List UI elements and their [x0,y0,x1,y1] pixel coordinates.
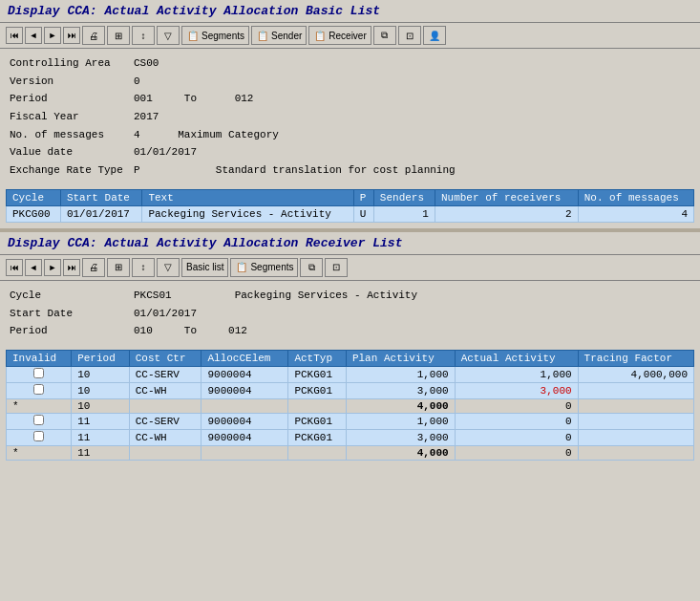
section2: Display CCA: Actual Activity Allocation … [0,232,700,464]
cell-tracing: 4,000,000 [578,366,693,382]
s2-print-icon: 🖨 [87,261,100,274]
nav-next-btn[interactable]: ► [44,27,61,44]
table-row[interactable]: 11 CC-WH 9000004 PCKG01 3,000 0 [7,429,694,445]
cell-cost-ctr: CC-WH [129,382,202,398]
cell-num-receivers: 2 [435,205,578,222]
table-row[interactable]: 10 CC-SERV 9000004 PCKG01 1,000 1,000 4,… [7,366,694,382]
col-text: Text [142,189,353,205]
s2-copy-btn[interactable]: ⧉ [300,258,323,277]
period-value: 001 To 012 [134,90,253,108]
s2-filter-detail-btn[interactable]: ▽ [157,258,180,277]
s2-cycle-value: PKCS01 Packeging Services - Activity [134,287,417,305]
cell-plan: 3,000 [346,429,455,445]
sender-btn[interactable]: 📋 Sender [251,26,307,45]
value-date-label: Value date [10,143,134,161]
section2-table-area: Invalid Period Cost Ctr AllocCElem ActTy… [0,346,700,464]
copy-btn[interactable]: ⧉ [373,26,396,45]
rcol-alloc: AllocCElem [202,350,288,366]
segments-btn[interactable]: 📋 Segments [181,26,249,45]
nav-last-btn[interactable]: ⏭ [63,27,80,44]
cell-invalid[interactable] [7,413,72,429]
cell-period: 10 [72,382,130,398]
value-date-value: 01/01/2017 [134,143,197,161]
table-row[interactable]: 11 CC-SERV 9000004 PCKG01 1,000 0 [7,413,694,429]
messages-value: 4 Maximum Category [134,126,279,144]
rcol-tracing: Tracing Factor [578,350,693,366]
version-value: 0 [134,73,140,91]
col-num-messages: No. of messages [578,189,693,205]
s2-nav-prev-btn[interactable]: ◄ [25,259,42,276]
cell-plan: 4,000 [346,445,455,460]
cell-invalid[interactable] [7,382,72,398]
invalid-checkbox[interactable] [33,415,44,425]
cell-period: 11 [72,429,130,445]
section1-toolbar: ⏮ ◄ ► ⏭ 🖨 ⊞ ↕ ▽ 📋 Segments 📋 Sender 📋 Re… [0,22,700,49]
cell-cost-ctr [129,398,202,413]
print-btn[interactable]: 🖨 [82,26,105,45]
subtotal-row: * 11 4,000 0 [7,445,694,460]
receiver-label: Receiver [329,31,366,41]
select-all-btn[interactable]: ⊡ [398,26,421,45]
cell-invalid[interactable] [7,429,72,445]
cell-cost-ctr: CC-SERV [129,413,202,429]
cell-plan: 4,000 [346,398,455,413]
section1-info: Controlling Area CS00 Version 0 Period 0… [0,49,700,185]
receiver-btn[interactable]: 📋 Receiver [308,26,371,45]
cell-act-typ [288,445,347,460]
subtotal-row: * 10 4,000 0 [7,398,694,413]
rcol-invalid: Invalid [7,350,72,366]
invalid-checkbox[interactable] [33,431,44,441]
cell-num-messages: 4 [578,205,693,222]
cell-invalid[interactable] [7,366,72,382]
invalid-checkbox[interactable] [33,384,44,395]
print-icon: 🖨 [87,29,100,42]
sort-btn[interactable]: ↕ [132,26,155,45]
cell-plan: 3,000 [346,382,455,398]
section1: Display CCA: Actual Activity Allocation … [0,0,700,226]
table-row[interactable]: PKCG00 01/01/2017 Packeging Services - A… [7,205,694,222]
nav-first-btn[interactable]: ⏮ [6,27,23,44]
basic-list-btn[interactable]: Basic list [181,258,228,277]
exch-rate-value: P Standard translation for cost planning [134,161,456,180]
receiver-table: Invalid Period Cost Ctr AllocCElem ActTy… [6,350,694,461]
s2-segments-btn[interactable]: 📋 Segments [230,258,298,277]
invalid-checkbox[interactable] [33,368,44,378]
cell-period: 10 [72,398,130,413]
filter-btn[interactable]: ▽ [157,26,180,45]
section2-toolbar: ⏮ ◄ ► ⏭ 🖨 ⊞ ↕ ▽ Basic list 📋 Segments ⧉ … [0,254,700,281]
controlling-area-value: CS00 [134,54,159,73]
basic-list-label: Basic list [186,262,223,272]
select-all-icon: ⊡ [403,29,416,42]
s2-nav-next-btn[interactable]: ► [44,259,61,276]
cell-act-typ: PCKG01 [288,413,347,429]
s2-select-all-btn[interactable]: ⊡ [325,258,348,277]
cell-star: * [7,445,72,460]
cell-period: 11 [72,445,130,460]
cell-act-typ: PCKG01 [288,382,347,398]
cell-actual: 0 [455,413,578,429]
sender-icon: 📋 [256,29,269,42]
cell-text: Packeging Services - Activity [142,205,353,222]
cell-alloc [202,398,288,413]
cell-actual: 3,000 [455,382,578,398]
s2-start-date-label: Start Date [10,305,134,323]
s2-start-date-value: 01/01/2017 [134,305,197,323]
s2-nav-first-btn[interactable]: ⏮ [6,259,23,276]
segments-label: Segments [202,31,244,41]
cell-alloc: 9000004 [202,413,288,429]
s2-segments-label: Segments [250,262,293,272]
person-btn[interactable]: 👤 [423,26,446,45]
nav-prev-btn[interactable]: ◄ [25,27,42,44]
find-btn[interactable]: ⊞ [107,26,130,45]
cell-act-typ [288,398,347,413]
s2-sort-btn[interactable]: ↕ [132,258,155,277]
cell-alloc: 9000004 [202,382,288,398]
section2-title: Display CCA: Actual Activity Allocation … [0,232,700,254]
s2-nav-last-btn[interactable]: ⏭ [63,259,80,276]
table-row[interactable]: 10 CC-WH 9000004 PCKG01 3,000 3,000 [7,382,694,398]
cell-actual: 0 [455,445,578,460]
s2-period-value: 010 To 012 [134,322,247,340]
cell-plan: 1,000 [346,413,455,429]
s2-print-btn[interactable]: 🖨 [82,258,105,277]
s2-find-btn[interactable]: ⊞ [107,258,130,277]
